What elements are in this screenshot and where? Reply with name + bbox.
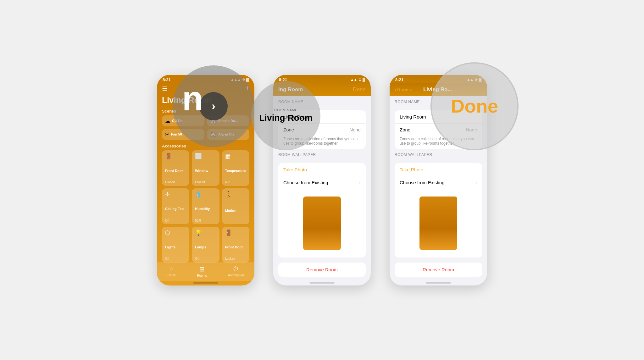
state-humidity: 53% <box>195 219 216 222</box>
name-lamps: Lamps <box>195 245 216 249</box>
state-lamps: Off <box>195 257 216 260</box>
wallpaper-label-3: ROOM WALLPAPER <box>390 149 487 158</box>
tile-humidity[interactable]: 💧 Humidity 53% <box>192 188 219 224</box>
room-name-value-3: Living Room <box>400 114 426 119</box>
battery-icon-1: ▓ <box>246 78 249 81</box>
scene-icon-smoke: 🏠 <box>210 118 216 124</box>
name-window: Window <box>195 169 216 173</box>
scene-card-co[interactable]: ☁ CO De... <box>162 115 204 126</box>
scene-card-smoke[interactable]: 🏠 Smoke De... <box>207 115 249 126</box>
tile-ceiling-fan[interactable]: ✛ Ceiling Fan Off <box>162 188 189 224</box>
name-front-door: Front Door <box>165 169 186 173</box>
tile-front-door[interactable]: 🚪 Front Door Closed <box>162 150 189 186</box>
back-label-3: Rooms <box>397 87 412 92</box>
tile-front-door-lock[interactable]: 🚪 Front Door Locked <box>222 227 249 263</box>
remove-room-btn-3[interactable]: Remove Room <box>395 263 482 277</box>
room-name-value-2: Living Room <box>283 114 309 119</box>
tile-lamps[interactable]: 💡 Lamps Off <box>192 227 219 263</box>
icon-front-door: 🚪 <box>165 153 186 160</box>
wallpaper-section-3: Take Photo... Choose from Existing › <box>395 163 482 258</box>
done-button-2[interactable]: Done <box>353 86 366 93</box>
zone-label-3: Zone <box>400 127 410 132</box>
tile-window[interactable]: ⬜ Window Closed <box>192 150 219 186</box>
scene-name-alarm: Alarm On <box>218 132 234 136</box>
screen3-outer: 8:21 ▲▲ ⊙ ▓ ‹ Rooms Living Ro... ROOM NA… <box>390 75 487 285</box>
take-photo-link-2[interactable]: Take Photo... <box>278 163 366 176</box>
wifi-icon-3: ⊙ <box>475 78 478 82</box>
status-bar-1: 8:21 ▲▲▲ ⊙ ▓ <box>157 75 254 83</box>
screen1-container: 8:21 ▲▲▲ ⊙ ▓ ☰ + Living Room Scenes ☁ CO… <box>157 75 254 285</box>
home-indicator-1 <box>193 282 218 284</box>
icon-motion: 🚶 <box>225 191 246 198</box>
automation-tab-icon: ⏱ <box>233 265 239 273</box>
name-front-door-lock: Front Door <box>225 245 246 249</box>
state-temperature: 68° <box>225 180 246 184</box>
time-1: 8:21 <box>163 77 171 82</box>
tab-automation[interactable]: ⏱ Automation <box>228 265 244 277</box>
zone-desc-2: Zones are a collection of rooms that you… <box>278 136 366 149</box>
choose-existing-row-2[interactable]: Choose from Existing › <box>278 176 366 189</box>
state-lights: Off <box>165 257 186 260</box>
room-nav-title-2: ing Room <box>278 86 303 93</box>
status-icons-1: ▲▲▲ ⊙ ▓ <box>230 78 249 82</box>
home-indicator-2 <box>309 282 335 284</box>
accessories-grid: 🚪 Front Door Closed ⬜ Window Closed ▦ Te… <box>157 150 254 263</box>
name-humidity: Humidity <box>195 207 216 211</box>
phone-frame-1: 8:21 ▲▲▲ ⊙ ▓ ☰ + Living Room Scenes ☁ CO… <box>157 75 254 285</box>
tile-temperature[interactable]: ▦ Temperature 68° <box>222 150 249 186</box>
choose-existing-label-2: Choose from Existing <box>283 180 328 185</box>
icon-temperature: ▦ <box>225 153 246 160</box>
tab-bar-1: ⌂ Home ⊞ Rooms ⏱ Automation <box>157 263 254 281</box>
zone-label-2: Zone <box>283 127 294 132</box>
screen2-outer: 8:21 ▲▲ ⊙ ▓ ing Room Done ROOM NAME Livi… <box>273 75 371 285</box>
automation-tab-label: Automation <box>228 274 244 277</box>
screen3-nav: ‹ Rooms Living Ro... <box>390 83 487 96</box>
choose-existing-row-3[interactable]: Choose from Existing › <box>395 176 482 189</box>
add-icon[interactable]: + <box>246 85 249 92</box>
status-icons-2: ▲▲ ⊙ ▓ <box>350 78 365 82</box>
scenes-row-1: ☁ CO De... 🏠 Smoke De... <box>157 115 254 129</box>
wallpaper-label-2: ROOM WALLPAPER <box>273 149 371 158</box>
nav-bar-1: ☰ + <box>157 83 254 95</box>
icon-lamps: 💡 <box>195 229 216 236</box>
wallpaper-section-2: Take Photo... Choose from Existing › <box>278 163 366 258</box>
signal-icon-3: ▲▲ <box>467 78 474 81</box>
home-tab-icon: ⌂ <box>170 265 174 273</box>
wallpaper-preview-2 <box>303 197 341 250</box>
screen1: 8:21 ▲▲▲ ⊙ ▓ ☰ + Living Room Scenes ☁ CO… <box>157 75 254 285</box>
remove-room-btn-2[interactable]: Remove Room <box>278 263 366 277</box>
rooms-tab-label: Rooms <box>197 274 207 277</box>
tile-motion[interactable]: 🚶 Motion <box>222 188 249 224</box>
accessories-label: Accessories <box>157 142 254 150</box>
back-button-3[interactable]: ‹ Rooms <box>395 87 412 92</box>
screen3: 8:21 ▲▲ ⊙ ▓ ‹ Rooms Living Ro... ROOM NA… <box>390 75 487 285</box>
scene-card-fan[interactable]: ✂ Fan 50 <box>162 129 204 140</box>
state-front-door-lock: Locked <box>225 257 246 260</box>
orange-header-2: 8:21 ▲▲ ⊙ ▓ ing Room Done <box>273 75 371 96</box>
scene-name-co: CO De... <box>172 119 186 123</box>
tab-rooms[interactable]: ⊞ Rooms <box>197 265 207 277</box>
status-icons-3: ▲▲ ⊙ ▓ <box>467 78 481 82</box>
icon-humidity: 💧 <box>195 191 216 198</box>
battery-icon-3: ▓ <box>479 78 481 81</box>
chevron-icon-3: › <box>475 180 477 185</box>
room-name-section-3: Living Room Zone None Zones are a collec… <box>395 110 482 149</box>
scene-card-alarm[interactable]: 🏠 Alarm On <box>207 129 249 140</box>
status-bar-2: 8:21 ▲▲ ⊙ ▓ <box>273 75 371 83</box>
zone-value-2: None <box>349 127 361 132</box>
name-lights: Lights <box>165 245 186 249</box>
settings-content-3: ROOM NAME Living Room Zone None Zones ar… <box>390 96 487 281</box>
wifi-icon-2: ⊙ <box>358 78 361 82</box>
home-tab-label: Home <box>168 274 176 277</box>
icon-window: ⬜ <box>195 153 216 160</box>
menu-icon[interactable]: ☰ <box>162 85 168 92</box>
take-photo-link-3[interactable]: Take Photo... <box>395 163 482 176</box>
state-window: Closed <box>195 180 216 184</box>
tile-lights[interactable]: ⬡ Lights Off <box>162 227 189 263</box>
tab-home[interactable]: ⌂ Home <box>168 265 176 277</box>
zone-desc-3: Zones are a collection of rooms that you… <box>395 136 482 149</box>
zone-row-2: Zone None <box>278 124 366 136</box>
wifi-icon-1: ⊙ <box>242 78 245 82</box>
screen2: 8:21 ▲▲ ⊙ ▓ ing Room Done ROOM NAME Livi… <box>273 75 371 285</box>
rooms-tab-icon: ⊞ <box>199 265 205 273</box>
